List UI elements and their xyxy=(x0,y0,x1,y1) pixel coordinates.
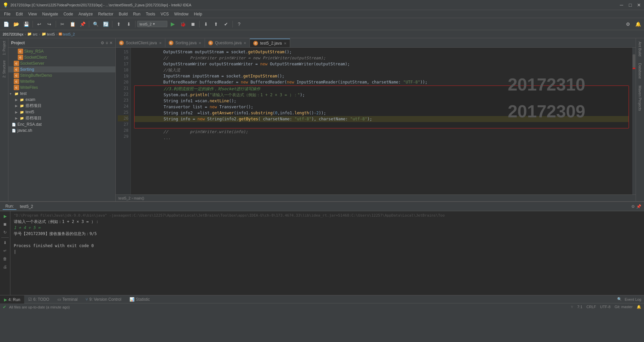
tree-item-project2[interactable]: ▶ 📁 搭档项目 xyxy=(8,115,115,121)
tree-item-text5[interactable]: ▶ 📁 text5 xyxy=(8,109,115,115)
tree-item-test[interactable]: ▾ 📁 test xyxy=(8,91,115,97)
stop-btn[interactable]: ⏹ xyxy=(188,19,198,29)
code-content[interactable]: OutputStream outputStream = socket.getOu… xyxy=(131,48,632,194)
status-position[interactable]: 7:1 xyxy=(577,305,582,309)
help-btn[interactable]: ? xyxy=(234,19,244,29)
tab-statistic[interactable]: 📊 Statistic xyxy=(125,295,154,303)
run-config-combo[interactable]: test5_2 ▾ xyxy=(137,21,167,27)
new-file-btn[interactable]: 📄 xyxy=(1,19,11,29)
tree-item-javac[interactable]: 📄 javac.sh xyxy=(8,127,115,133)
menu-file[interactable]: File xyxy=(1,11,13,17)
vcs-update-btn[interactable]: ⬇ xyxy=(201,19,211,29)
right-sidebar-panel: Ant Build Database Maven Projects xyxy=(636,38,644,201)
menu-analyze[interactable]: Analyze xyxy=(76,11,96,17)
maximize-btn[interactable]: □ xyxy=(628,3,633,7)
status-git[interactable]: Git: master xyxy=(614,305,633,309)
tree-item-project1[interactable]: ▶ 📁 搭档项目 xyxy=(8,103,115,109)
database-label[interactable]: Database xyxy=(638,60,642,82)
tree-item-writefiles[interactable]: C WriteFiles xyxy=(8,84,115,91)
menu-help[interactable]: Help xyxy=(191,11,205,17)
vcs-commit-btn[interactable]: ✔ xyxy=(221,19,231,29)
run-btn[interactable]: ▶ xyxy=(168,19,177,29)
project-hide-icon[interactable]: ✕ xyxy=(109,41,113,45)
search-btn[interactable]: 🔍 xyxy=(91,19,100,29)
project-sort-icon[interactable]: ≡ xyxy=(106,41,108,45)
minimize-btn[interactable]: ─ xyxy=(619,3,624,7)
open-btn[interactable]: 📂 xyxy=(11,19,21,29)
run-tab-label[interactable]: Run: xyxy=(3,203,16,210)
menu-refactor[interactable]: Refactor xyxy=(96,11,116,17)
debug-btn[interactable]: 🐞 xyxy=(178,19,187,29)
tab-close-test5[interactable]: ✕ xyxy=(284,42,286,45)
menu-tools[interactable]: Tools xyxy=(143,11,158,17)
footer-breadcrumb: test5_2 › main() xyxy=(116,194,636,201)
close-btn[interactable]: ✕ xyxy=(637,3,641,7)
copy-btn[interactable]: 📋 xyxy=(68,19,77,29)
tab-sorting[interactable]: C Sorting.java ✕ xyxy=(165,39,205,47)
tab-socketclient[interactable]: C SocketClient.java ✕ xyxy=(116,39,165,47)
redo-btn[interactable]: ↪ xyxy=(45,19,54,29)
save-btn[interactable]: 💾 xyxy=(21,19,31,29)
tree-item-socketserver[interactable]: C SocketServer xyxy=(8,60,115,66)
run-soft-wrap-btn[interactable]: ↵ xyxy=(1,247,9,254)
code-line-19: InputStream inputStream = socket.getInpu… xyxy=(134,73,629,79)
tree-item-socketclient[interactable]: C SocketClient xyxy=(8,54,115,60)
tab-version-control[interactable]: ⑂ 9: Version Control xyxy=(82,295,125,303)
run-output[interactable]: "D:\Program Files\Java\jdk-9.0.4\bin\jav… xyxy=(10,211,644,295)
breadcrumb-root[interactable]: 20172310qx xyxy=(3,32,23,36)
tab-close-socketclient[interactable]: ✕ xyxy=(159,41,162,45)
sidebar-structure-label[interactable]: 2: Structure xyxy=(2,58,7,80)
run-stop-btn[interactable]: ⏹ xyxy=(1,221,9,228)
tab-todo[interactable]: ☑ 6: TODO xyxy=(24,295,53,303)
run-pin-icon[interactable]: 📌 xyxy=(636,204,641,209)
run-play-btn[interactable]: ▶ xyxy=(1,213,9,220)
cut-btn[interactable]: ✂ xyxy=(58,19,67,29)
tree-item-enc[interactable]: 📄 Enc_RSA.dat xyxy=(8,121,115,127)
tab-questions[interactable]: C Questions.java ✕ xyxy=(205,39,250,47)
tree-item-sorting[interactable]: C Sorting xyxy=(8,66,115,72)
tab-test5-2[interactable]: C test5_2.java ✕ xyxy=(250,39,290,47)
tab-close-questions[interactable]: ✕ xyxy=(244,41,246,45)
run-print-btn[interactable]: 🖨 xyxy=(1,263,9,271)
menu-view[interactable]: View xyxy=(25,11,40,17)
output-exit: Process finished with exit code 0 xyxy=(14,243,641,249)
run-settings-icon[interactable]: ⚙ xyxy=(631,204,635,209)
tab-run[interactable]: ▶ 4: Run xyxy=(0,295,24,303)
menu-edit[interactable]: Edit xyxy=(13,11,25,17)
tree-item-skey[interactable]: C Skey_RSA xyxy=(8,48,115,54)
tree-item-writefile[interactable]: C Writefile xyxy=(8,78,115,84)
status-crlf[interactable]: CRLF xyxy=(586,305,596,309)
menu-build[interactable]: Build xyxy=(116,11,130,17)
paste-btn[interactable]: 📌 xyxy=(78,19,87,29)
tab-close-sorting[interactable]: ✕ xyxy=(199,41,201,45)
event-log-label[interactable]: Event Log xyxy=(625,297,641,301)
sidebar-project-label[interactable]: 1: Project xyxy=(2,38,7,58)
replace-btn[interactable]: 🔄 xyxy=(101,19,110,29)
project-gear-icon[interactable]: ⚙ xyxy=(101,41,104,45)
run-scroll-end-btn[interactable]: ⬇ xyxy=(1,239,9,246)
menu-code[interactable]: Code xyxy=(61,11,76,17)
vcs-push-btn[interactable]: ⬆ xyxy=(211,19,221,29)
tab-terminal[interactable]: ▭ Terminal xyxy=(53,295,82,303)
status-encoding[interactable]: UTF-8 xyxy=(600,305,610,309)
undo-btn[interactable]: ↩ xyxy=(35,19,44,29)
settings-btn[interactable]: ⚙ xyxy=(623,19,633,29)
ant-build-label[interactable]: Ant Build xyxy=(638,38,642,60)
editor-tabs: C SocketClient.java ✕ C Sorting.java ✕ C… xyxy=(116,38,636,48)
move-down-btn[interactable]: ⬇ xyxy=(124,19,133,29)
tree-item-stringbuffer[interactable]: C StringBufferDemo xyxy=(8,72,115,78)
run-clear-btn[interactable]: 🗑 xyxy=(1,255,9,263)
menu-navigate[interactable]: Navigate xyxy=(40,11,61,17)
tree-item-exam[interactable]: ▶ 📁 exam xyxy=(8,97,115,103)
move-up-btn[interactable]: ⬆ xyxy=(114,19,123,29)
notification-icon[interactable]: 🔔 xyxy=(637,305,641,309)
project-tree: C Skey_RSA C SocketClient C SocketServer… xyxy=(8,48,115,201)
notifications-btn[interactable]: 🔔 xyxy=(633,19,643,29)
editor-scrollbar[interactable] xyxy=(632,48,636,194)
menu-window[interactable]: Window xyxy=(171,11,191,17)
menu-vcs[interactable]: VCS xyxy=(158,11,172,17)
status-right: ⑂ 7:1 CRLF UTF-8 Git: master 🔔 xyxy=(571,305,641,309)
run-restart-btn[interactable]: ↻ xyxy=(1,229,9,236)
maven-label[interactable]: Maven Projects xyxy=(638,82,642,114)
menu-run[interactable]: Run xyxy=(130,11,143,17)
